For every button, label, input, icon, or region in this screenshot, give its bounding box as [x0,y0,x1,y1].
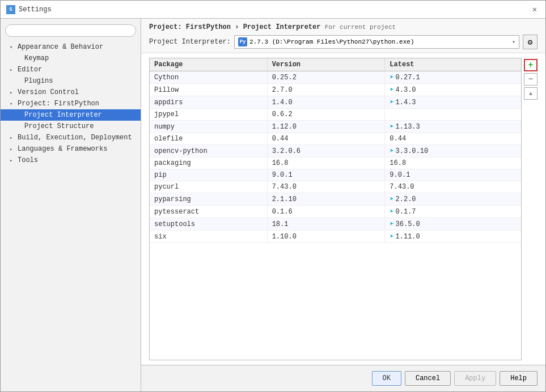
package-latest: 16.8 [385,157,503,169]
package-version: 2.7.0 [268,84,386,96]
package-name: olefile [150,133,268,144]
table-row[interactable]: appdirs 1.4.0 ➤1.4.3 [150,96,521,109]
update-arrow-icon: ➤ [390,98,393,106]
interpreter-value: 2.7.3 (D:\Program Files\Python27\python.… [249,39,414,45]
help-button[interactable]: Help [500,371,537,386]
table-row[interactable]: Cython 0.25.2 ➤0.27.1 [150,71,521,84]
update-package-button[interactable]: ▲ [524,87,537,100]
sidebar-item-project[interactable]: ▾Project: FirstPython [1,98,141,109]
update-arrow-icon: ➤ [390,220,393,228]
app-icon: S [6,5,15,14]
add-package-button[interactable]: + [524,59,537,71]
sidebar-item-tools[interactable]: ▸Tools [1,155,141,166]
search-input[interactable] [5,24,136,37]
sidebar-item-project-structure[interactable]: Project Structure [1,121,141,132]
interpreter-select-inner: Py 2.7.3 (D:\Program Files\Python27\pyth… [238,37,414,46]
apply-button[interactable]: Apply [454,371,496,386]
sidebar: ▾Appearance & Behavior Keymap▸Editor Plu… [1,19,141,391]
table-row[interactable]: Pillow 2.7.0 ➤4.3.0 [150,84,521,96]
remove-package-button[interactable]: − [524,73,537,86]
table-row[interactable]: pyparsing 2.1.10 ➤2.2.0 [150,193,521,206]
package-latest: ➤1.13.3 [385,121,503,133]
package-latest: 9.0.1 [385,169,503,181]
sidebar-item-label: Keymap [24,54,49,62]
expand-icon: ▸ [10,146,15,152]
package-version: 9.0.1 [268,169,386,181]
package-name: pip [150,169,268,181]
table-header: Package Version Latest [150,58,521,71]
package-version: 7.43.0 [268,181,386,193]
expand-icon: ▸ [10,135,15,141]
interpreter-select[interactable]: Py 2.7.3 (D:\Program Files\Python27\pyth… [234,35,519,49]
package-table: Package Version Latest Cython 0.25.2 ➤0.… [149,58,522,360]
package-version: 18.1 [268,218,386,230]
sidebar-item-label: Tools [18,156,38,164]
sidebar-item-editor[interactable]: ▸Editor [1,64,141,75]
settings-window: S Settings ✕ ▾Appearance & Behavior Keym… [0,0,546,392]
package-name: pyparsing [150,193,268,205]
sidebar-item-label: Languages & Frameworks [18,145,107,153]
table-row[interactable]: pycurl 7.43.0 7.43.0 [150,181,521,193]
package-version: 0.1.6 [268,206,386,218]
table-row[interactable]: six 1.10.0 ➤1.11.0 [150,231,521,243]
main-panel: Project: FirstPython › Project Interpret… [141,19,545,391]
table-row[interactable]: opencv-python 3.2.0.6 ➤3.3.0.10 [150,145,521,157]
update-arrow-icon: ➤ [390,207,393,216]
python-icon: Py [238,37,247,46]
package-latest: ➤0.27.1 [385,71,503,83]
interpreter-label: Project Interpreter: [149,38,231,46]
update-arrow-icon: ➤ [390,122,393,131]
sidebar-item-plugins[interactable]: Plugins [1,75,141,87]
interpreter-row: Project Interpreter: Py 2.7.3 (D:\Progra… [149,35,537,49]
title-bar: S Settings ✕ [1,1,545,19]
ok-button[interactable]: OK [372,371,401,386]
package-name: numpy [150,121,268,133]
close-button[interactable]: ✕ [530,5,540,15]
table-row[interactable]: numpy 1.12.0 ➤1.13.3 [150,121,521,133]
package-name: jpypel [150,109,268,120]
gear-button[interactable]: ⚙ [523,35,537,49]
breadcrumb-project: Project: FirstPython [149,23,231,31]
side-actions: + − ▲ [524,58,537,360]
expand-icon: ▸ [10,90,15,96]
package-version: 3.2.0.6 [268,145,386,157]
package-latest: ➤2.2.0 [385,193,503,205]
package-name: appdirs [150,96,268,108]
content-area: ▾Appearance & Behavior Keymap▸Editor Plu… [1,19,545,391]
cancel-button[interactable]: Cancel [405,371,451,386]
table-row[interactable]: olefile 0.44 0.44 [150,133,521,145]
package-version: 2.1.10 [268,193,386,205]
package-name: pytesseract [150,206,268,218]
update-arrow-icon: ➤ [390,147,393,155]
table-row[interactable]: jpypel 0.6.2 [150,109,521,121]
table-area: Package Version Latest Cython 0.25.2 ➤0.… [141,53,545,365]
table-with-actions: Package Version Latest Cython 0.25.2 ➤0.… [149,58,537,360]
package-version: 0.25.2 [268,71,386,83]
sidebar-item-appearance[interactable]: ▾Appearance & Behavior [1,41,141,53]
table-row[interactable]: pytesseract 0.1.6 ➤0.1.7 [150,206,521,218]
title-bar-left: S Settings [6,5,52,14]
expand-icon: ▸ [10,67,15,73]
sidebar-item-build[interactable]: ▸Build, Execution, Deployment [1,132,141,143]
update-arrow-icon: ➤ [390,73,393,82]
sidebar-item-version-control[interactable]: ▸Version Control [1,87,141,98]
table-row[interactable]: pip 9.0.1 9.0.1 [150,169,521,181]
expand-icon: ▾ [10,101,15,107]
update-arrow-icon: ➤ [390,195,393,203]
sidebar-item-languages[interactable]: ▸Languages & Frameworks [1,143,141,155]
table-row[interactable]: packaging 16.8 16.8 [150,157,521,169]
sidebar-item-project-interpreter[interactable]: Project Interpreter [1,109,141,121]
package-latest [385,109,503,120]
update-arrow-icon: ➤ [390,232,393,241]
package-latest: ➤1.11.0 [385,231,503,242]
table-row[interactable]: setuptools 18.1 ➤36.5.0 [150,218,521,231]
sidebar-item-label: Editor [18,66,42,74]
breadcrumb-hint: For current project [325,24,396,31]
package-name: pycurl [150,181,268,193]
breadcrumb-sep: › [231,23,243,31]
sidebar-item-keymap[interactable]: Keymap [1,53,141,64]
breadcrumb-current: Project Interpreter [243,23,321,31]
sidebar-item-label: Project Structure [24,122,94,130]
package-latest: ➤1.4.3 [385,96,503,108]
main-header: Project: FirstPython › Project Interpret… [141,19,545,53]
